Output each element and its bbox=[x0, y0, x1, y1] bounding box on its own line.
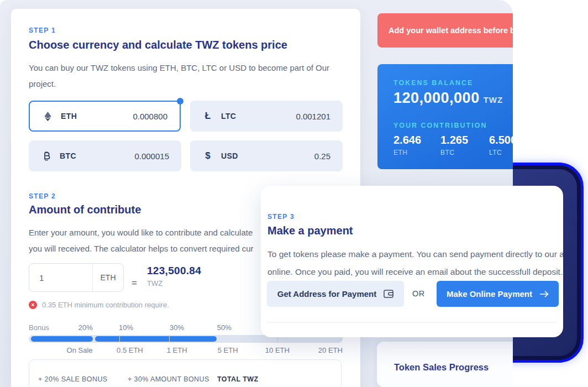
amount-currency-suffix: ETH bbox=[92, 264, 123, 291]
amount-bonus-label: + 30% AMOUNT BONUS bbox=[128, 375, 209, 383]
tokens-balance-label: TOKENS BALANCE bbox=[393, 79, 473, 87]
step1-label: STEP 1 bbox=[29, 27, 56, 34]
wallet-address-alert[interactable]: Add your wallet address before buying bbox=[377, 13, 513, 48]
bonus-tick-labels: On Sale 0.5 ETH 1 ETH 5 ETH 10 ETH 20 ET… bbox=[29, 346, 343, 355]
balance-number: 120,000,000 bbox=[393, 90, 480, 106]
get-address-button[interactable]: Get Address for Payment bbox=[267, 281, 404, 307]
eth-icon bbox=[42, 112, 53, 121]
step3-label: STEP 3 bbox=[267, 213, 295, 221]
currency-code: USD bbox=[221, 151, 238, 160]
bonus-tick-label: 0.5 ETH bbox=[117, 346, 143, 354]
step3-description-line2: online. Once you paid, you will receive … bbox=[267, 264, 563, 280]
step3-description-line1: To get tokens please make a payment. You… bbox=[267, 246, 563, 262]
usd-icon: $ bbox=[202, 150, 213, 161]
card-divider bbox=[267, 322, 556, 323]
error-icon: × bbox=[29, 301, 37, 309]
step2-label: STEP 2 bbox=[29, 192, 56, 200]
step3-title: Make a payment bbox=[267, 224, 353, 237]
bonus-label: Bonus bbox=[29, 323, 49, 332]
contribution-currency: BTC bbox=[440, 149, 468, 156]
amount-input[interactable] bbox=[29, 264, 92, 291]
step2-description-line2: you will received. The calculator helps … bbox=[29, 244, 254, 253]
online-payment-button-label: Make Online Payment bbox=[447, 289, 532, 299]
make-online-payment-button[interactable]: Make Online Payment bbox=[437, 281, 559, 307]
contribution-btc: 1.265 BTC bbox=[440, 134, 468, 156]
tokens-balance-value: 120,000,000TWZ bbox=[393, 90, 503, 107]
btc-icon bbox=[41, 151, 52, 161]
currency-code: BTC bbox=[60, 151, 76, 160]
balance-unit: TWZ bbox=[484, 95, 503, 104]
bonus-tick-label: 5 ETH bbox=[218, 346, 238, 354]
contribution-value: 2.646 bbox=[393, 134, 421, 147]
bonus-progress-segment bbox=[95, 336, 217, 342]
token-sales-progress-card: Token Sales Progress bbox=[377, 342, 513, 387]
error-text: 0.35 ETH minimum contribution require. bbox=[42, 301, 169, 309]
minimum-contribution-error: × 0.35 ETH minimum contribution require. bbox=[29, 301, 169, 309]
make-payment-card: STEP 3 Make a payment To get tokens plea… bbox=[261, 186, 563, 337]
bonus-tick-line bbox=[169, 335, 170, 343]
currency-rate: 0.001201 bbox=[296, 112, 330, 121]
selected-dot bbox=[177, 98, 183, 104]
currency-option-eth[interactable]: ETH 0.000800 bbox=[29, 101, 181, 132]
get-address-button-label: Get Address for Payment bbox=[277, 289, 377, 299]
currency-option-ltc[interactable]: Ł LTC 0.001201 bbox=[190, 101, 343, 132]
bonus-percent: 50% bbox=[217, 323, 232, 332]
contribution-currency: ETH bbox=[393, 149, 421, 156]
currency-rate: 0.000015 bbox=[134, 151, 169, 161]
bonus-tick-label: 1 ETH bbox=[167, 346, 187, 354]
converted-token-unit: TWZ bbox=[147, 279, 162, 287]
currency-code: ETH bbox=[61, 112, 77, 121]
or-separator: OR bbox=[412, 289, 425, 298]
currency-option-btc[interactable]: BTC 0.000015 bbox=[29, 140, 181, 171]
bonus-tick-label: On Sale bbox=[67, 346, 93, 354]
step2-title: Amount of contribute bbox=[29, 203, 141, 216]
step1-description: You can buy our TWZ tokens using ETH, BT… bbox=[29, 60, 338, 92]
wallet-icon bbox=[384, 290, 393, 298]
bonus-tick-label: 10 ETH bbox=[265, 346, 290, 354]
bonus-summary-box: + 20% SALE BONUS + 30% AMOUNT BONUS TOTA… bbox=[29, 359, 342, 387]
contribution-currency: LTC bbox=[489, 149, 513, 156]
ltc-icon: Ł bbox=[202, 111, 213, 122]
contribution-value: 1.265 bbox=[440, 134, 468, 147]
bonus-percent: 20% bbox=[78, 323, 93, 332]
contribution-eth: 2.646 ETH bbox=[393, 134, 421, 156]
your-contribution-label: YOUR CONTRIBUTION bbox=[393, 122, 487, 129]
arrow-right-icon bbox=[539, 290, 549, 298]
currency-option-usd[interactable]: $ USD 0.25 bbox=[190, 140, 343, 171]
amount-input-group: ETH bbox=[29, 263, 124, 292]
bonus-progress-segment bbox=[31, 336, 93, 342]
bonus-percent: 30% bbox=[170, 323, 184, 332]
bonus-tick-line bbox=[119, 335, 120, 343]
currency-rate: 0.000800 bbox=[133, 112, 167, 121]
contribution-value: 6.500 bbox=[489, 134, 513, 147]
contribution-ltc: 6.500 LTC bbox=[489, 134, 513, 156]
bonus-tick-label: 20 ETH bbox=[318, 346, 343, 354]
step2-description-line1: Enter your amount, you would like to con… bbox=[29, 228, 253, 237]
currency-code: LTC bbox=[221, 112, 236, 121]
equals-sign: = bbox=[132, 278, 137, 289]
converted-token-amount: 123,500.84 bbox=[147, 265, 201, 277]
step1-title: Choose currency and calculate TWZ tokens… bbox=[29, 39, 287, 51]
wallet-address-alert-text: Add your wallet address before buying bbox=[389, 26, 513, 35]
token-sales-progress-title: Token Sales Progress bbox=[394, 362, 489, 373]
tokens-balance-card: TOKENS BALANCE 120,000,000TWZ YOUR CONTR… bbox=[377, 64, 513, 169]
total-twz-label: TOTAL TWZ bbox=[217, 375, 258, 383]
currency-rate: 0.25 bbox=[314, 151, 330, 161]
bonus-percent: 10% bbox=[119, 323, 133, 332]
sale-bonus-label: + 20% SALE BONUS bbox=[38, 375, 108, 383]
